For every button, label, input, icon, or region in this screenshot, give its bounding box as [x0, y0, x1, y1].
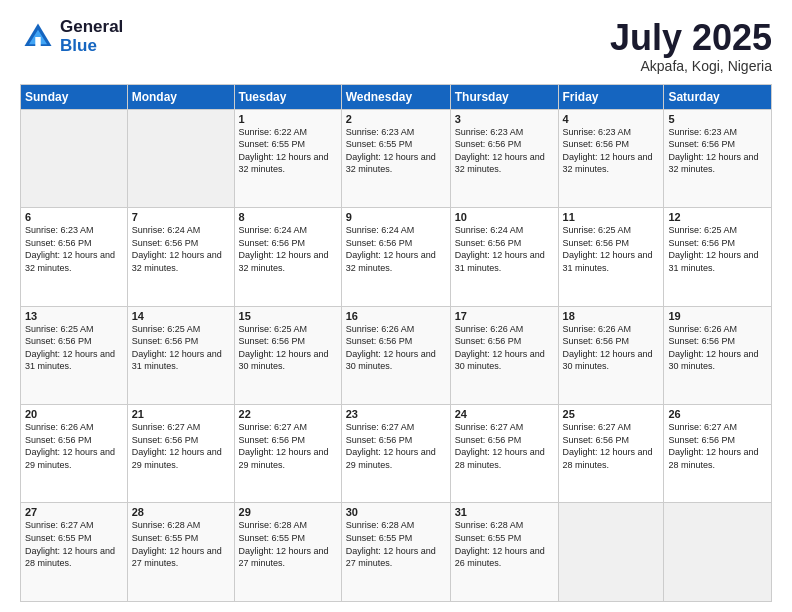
calendar-cell: 24Sunrise: 6:27 AM Sunset: 6:56 PM Dayli…	[450, 405, 558, 503]
calendar-week-5: 27Sunrise: 6:27 AM Sunset: 6:55 PM Dayli…	[21, 503, 772, 602]
calendar-cell: 20Sunrise: 6:26 AM Sunset: 6:56 PM Dayli…	[21, 405, 128, 503]
logo-blue-text: Blue	[60, 37, 123, 56]
calendar-cell: 19Sunrise: 6:26 AM Sunset: 6:56 PM Dayli…	[664, 306, 772, 404]
calendar-cell: 11Sunrise: 6:25 AM Sunset: 6:56 PM Dayli…	[558, 208, 664, 306]
day-number: 31	[455, 506, 554, 518]
day-number: 20	[25, 408, 123, 420]
calendar-cell	[21, 109, 128, 207]
day-info: Sunrise: 6:23 AM Sunset: 6:55 PM Dayligh…	[346, 126, 446, 176]
calendar-header-tuesday: Tuesday	[234, 84, 341, 109]
calendar-cell: 5Sunrise: 6:23 AM Sunset: 6:56 PM Daylig…	[664, 109, 772, 207]
day-info: Sunrise: 6:26 AM Sunset: 6:56 PM Dayligh…	[563, 323, 660, 373]
day-info: Sunrise: 6:27 AM Sunset: 6:55 PM Dayligh…	[25, 519, 123, 569]
calendar-cell: 15Sunrise: 6:25 AM Sunset: 6:56 PM Dayli…	[234, 306, 341, 404]
day-number: 9	[346, 211, 446, 223]
calendar-cell: 14Sunrise: 6:25 AM Sunset: 6:56 PM Dayli…	[127, 306, 234, 404]
day-info: Sunrise: 6:28 AM Sunset: 6:55 PM Dayligh…	[132, 519, 230, 569]
day-info: Sunrise: 6:27 AM Sunset: 6:56 PM Dayligh…	[239, 421, 337, 471]
day-number: 2	[346, 113, 446, 125]
day-info: Sunrise: 6:24 AM Sunset: 6:56 PM Dayligh…	[346, 224, 446, 274]
day-number: 15	[239, 310, 337, 322]
day-number: 7	[132, 211, 230, 223]
calendar-cell: 17Sunrise: 6:26 AM Sunset: 6:56 PM Dayli…	[450, 306, 558, 404]
calendar-cell: 21Sunrise: 6:27 AM Sunset: 6:56 PM Dayli…	[127, 405, 234, 503]
day-number: 8	[239, 211, 337, 223]
day-info: Sunrise: 6:25 AM Sunset: 6:56 PM Dayligh…	[563, 224, 660, 274]
calendar: SundayMondayTuesdayWednesdayThursdayFrid…	[20, 84, 772, 602]
logo: General Blue	[20, 18, 123, 55]
calendar-header-saturday: Saturday	[664, 84, 772, 109]
calendar-cell: 3Sunrise: 6:23 AM Sunset: 6:56 PM Daylig…	[450, 109, 558, 207]
calendar-cell: 27Sunrise: 6:27 AM Sunset: 6:55 PM Dayli…	[21, 503, 128, 602]
calendar-cell	[664, 503, 772, 602]
day-info: Sunrise: 6:28 AM Sunset: 6:55 PM Dayligh…	[346, 519, 446, 569]
day-number: 26	[668, 408, 767, 420]
day-number: 16	[346, 310, 446, 322]
day-number: 30	[346, 506, 446, 518]
day-info: Sunrise: 6:27 AM Sunset: 6:56 PM Dayligh…	[455, 421, 554, 471]
day-info: Sunrise: 6:25 AM Sunset: 6:56 PM Dayligh…	[132, 323, 230, 373]
day-info: Sunrise: 6:22 AM Sunset: 6:55 PM Dayligh…	[239, 126, 337, 176]
day-info: Sunrise: 6:28 AM Sunset: 6:55 PM Dayligh…	[455, 519, 554, 569]
day-info: Sunrise: 6:27 AM Sunset: 6:56 PM Dayligh…	[132, 421, 230, 471]
day-number: 6	[25, 211, 123, 223]
day-info: Sunrise: 6:23 AM Sunset: 6:56 PM Dayligh…	[563, 126, 660, 176]
day-number: 27	[25, 506, 123, 518]
calendar-week-1: 1Sunrise: 6:22 AM Sunset: 6:55 PM Daylig…	[21, 109, 772, 207]
calendar-header-wednesday: Wednesday	[341, 84, 450, 109]
calendar-cell: 10Sunrise: 6:24 AM Sunset: 6:56 PM Dayli…	[450, 208, 558, 306]
svg-rect-2	[35, 37, 40, 46]
day-number: 29	[239, 506, 337, 518]
calendar-cell: 29Sunrise: 6:28 AM Sunset: 6:55 PM Dayli…	[234, 503, 341, 602]
calendar-cell: 2Sunrise: 6:23 AM Sunset: 6:55 PM Daylig…	[341, 109, 450, 207]
calendar-cell: 13Sunrise: 6:25 AM Sunset: 6:56 PM Dayli…	[21, 306, 128, 404]
calendar-cell: 4Sunrise: 6:23 AM Sunset: 6:56 PM Daylig…	[558, 109, 664, 207]
day-number: 14	[132, 310, 230, 322]
calendar-cell: 6Sunrise: 6:23 AM Sunset: 6:56 PM Daylig…	[21, 208, 128, 306]
day-info: Sunrise: 6:27 AM Sunset: 6:56 PM Dayligh…	[346, 421, 446, 471]
calendar-cell: 7Sunrise: 6:24 AM Sunset: 6:56 PM Daylig…	[127, 208, 234, 306]
day-info: Sunrise: 6:27 AM Sunset: 6:56 PM Dayligh…	[563, 421, 660, 471]
day-info: Sunrise: 6:24 AM Sunset: 6:56 PM Dayligh…	[132, 224, 230, 274]
calendar-cell: 16Sunrise: 6:26 AM Sunset: 6:56 PM Dayli…	[341, 306, 450, 404]
day-info: Sunrise: 6:26 AM Sunset: 6:56 PM Dayligh…	[25, 421, 123, 471]
day-info: Sunrise: 6:26 AM Sunset: 6:56 PM Dayligh…	[455, 323, 554, 373]
day-number: 5	[668, 113, 767, 125]
day-info: Sunrise: 6:23 AM Sunset: 6:56 PM Dayligh…	[668, 126, 767, 176]
calendar-cell: 22Sunrise: 6:27 AM Sunset: 6:56 PM Dayli…	[234, 405, 341, 503]
day-info: Sunrise: 6:28 AM Sunset: 6:55 PM Dayligh…	[239, 519, 337, 569]
day-info: Sunrise: 6:26 AM Sunset: 6:56 PM Dayligh…	[346, 323, 446, 373]
page: General Blue July 2025 Akpafa, Kogi, Nig…	[0, 0, 792, 612]
header: General Blue July 2025 Akpafa, Kogi, Nig…	[20, 18, 772, 74]
calendar-cell: 28Sunrise: 6:28 AM Sunset: 6:55 PM Dayli…	[127, 503, 234, 602]
calendar-cell: 8Sunrise: 6:24 AM Sunset: 6:56 PM Daylig…	[234, 208, 341, 306]
calendar-header-row: SundayMondayTuesdayWednesdayThursdayFrid…	[21, 84, 772, 109]
calendar-cell: 31Sunrise: 6:28 AM Sunset: 6:55 PM Dayli…	[450, 503, 558, 602]
calendar-week-2: 6Sunrise: 6:23 AM Sunset: 6:56 PM Daylig…	[21, 208, 772, 306]
day-info: Sunrise: 6:24 AM Sunset: 6:56 PM Dayligh…	[239, 224, 337, 274]
day-number: 11	[563, 211, 660, 223]
day-number: 24	[455, 408, 554, 420]
calendar-cell: 12Sunrise: 6:25 AM Sunset: 6:56 PM Dayli…	[664, 208, 772, 306]
day-info: Sunrise: 6:24 AM Sunset: 6:56 PM Dayligh…	[455, 224, 554, 274]
logo-text: General Blue	[60, 18, 123, 55]
day-number: 22	[239, 408, 337, 420]
day-number: 1	[239, 113, 337, 125]
calendar-header-monday: Monday	[127, 84, 234, 109]
day-number: 19	[668, 310, 767, 322]
calendar-week-4: 20Sunrise: 6:26 AM Sunset: 6:56 PM Dayli…	[21, 405, 772, 503]
day-info: Sunrise: 6:23 AM Sunset: 6:56 PM Dayligh…	[455, 126, 554, 176]
calendar-cell: 26Sunrise: 6:27 AM Sunset: 6:56 PM Dayli…	[664, 405, 772, 503]
day-info: Sunrise: 6:25 AM Sunset: 6:56 PM Dayligh…	[239, 323, 337, 373]
calendar-cell: 18Sunrise: 6:26 AM Sunset: 6:56 PM Dayli…	[558, 306, 664, 404]
logo-general-text: General	[60, 18, 123, 37]
calendar-header-thursday: Thursday	[450, 84, 558, 109]
logo-icon	[20, 19, 56, 55]
calendar-cell: 23Sunrise: 6:27 AM Sunset: 6:56 PM Dayli…	[341, 405, 450, 503]
calendar-week-3: 13Sunrise: 6:25 AM Sunset: 6:56 PM Dayli…	[21, 306, 772, 404]
day-number: 4	[563, 113, 660, 125]
calendar-cell: 1Sunrise: 6:22 AM Sunset: 6:55 PM Daylig…	[234, 109, 341, 207]
day-number: 13	[25, 310, 123, 322]
day-number: 21	[132, 408, 230, 420]
day-number: 18	[563, 310, 660, 322]
